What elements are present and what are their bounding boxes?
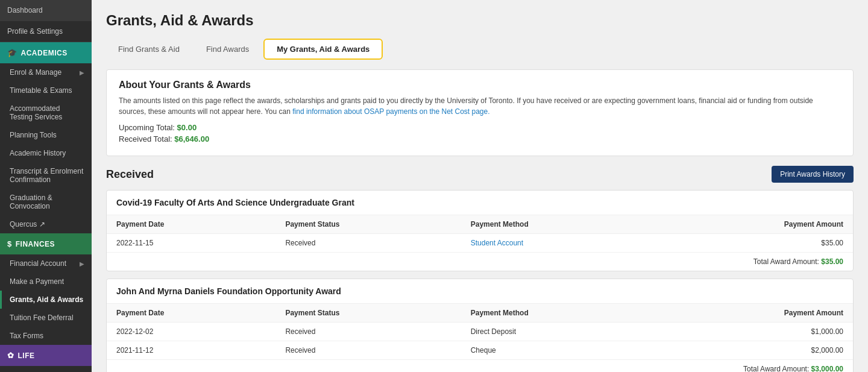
award-total-row: Total Award Amount: $3,000.00 (107, 360, 853, 372)
table-header: Payment Status (275, 215, 461, 234)
about-title: About Your Grants & Awards (119, 80, 841, 90)
payment-amount: $2,000.00 (655, 341, 853, 360)
tab-find-grants-aid[interactable]: Find Grants & Aid (106, 40, 192, 58)
table-row: 2022-11-15ReceivedStudent Account$35.00 (107, 234, 853, 253)
award-total-row: Total Award Amount: $35.00 (107, 253, 853, 271)
table-header: Payment Amount (655, 215, 853, 234)
received-amount: $6,646.00 (174, 134, 209, 143)
payment-method-link[interactable]: Student Account (471, 239, 523, 247)
upcoming-total: Upcoming Total: $0.00 (119, 123, 841, 132)
award-card: Covid-19 Faculty Of Arts And Science Und… (106, 190, 854, 271)
sidebar-item-tax-forms[interactable]: Tax Forms (0, 327, 92, 345)
tab-my-grants-aid-awards[interactable]: My Grants, Aid & Awards (263, 39, 383, 60)
award-title: Covid-19 Faculty Of Arts And Science Und… (107, 191, 853, 215)
table-header: Payment Date (107, 304, 275, 323)
sidebar-item-graduation[interactable]: Graduation & Convocation (0, 189, 92, 215)
sidebar-item-dashboard[interactable]: Dashboard (0, 0, 92, 21)
table-row: 2022-12-02ReceivedDirect Deposit$1,000.0… (107, 323, 853, 341)
sidebar-item-timetable-exams[interactable]: Timetable & Exams (0, 81, 92, 99)
arrow-icon: ▶ (80, 260, 84, 267)
sidebar-item-profile-settings[interactable]: Profile & Settings (0, 21, 92, 42)
payment-date: 2021-11-12 (107, 341, 275, 360)
table-header: Payment Status (275, 304, 461, 323)
payment-status: Received (275, 341, 461, 360)
payment-method[interactable]: Student Account (461, 234, 655, 253)
payment-amount: $1,000.00 (655, 323, 853, 341)
sidebar: Dashboard Profile & Settings 🎓ACADEMICS … (0, 0, 92, 372)
award-card: John And Myrna Daniels Foundation Opport… (106, 279, 854, 372)
sidebar-section-finances: $FINANCES (0, 233, 92, 254)
sidebar-item-grants-aid-awards[interactable]: Grants, Aid & Awards (0, 291, 92, 309)
received-total: Received Total: $6,646.00 (119, 134, 841, 143)
page-title: Grants, Aid & Awards (106, 12, 854, 29)
total-amount: $3,000.00 (811, 365, 843, 372)
payment-date: 2022-11-15 (107, 234, 275, 253)
table-header: Payment Date (107, 215, 275, 234)
table-header: Payment Amount (655, 304, 853, 323)
sidebar-item-health-wellness[interactable]: Health & Wellness (0, 366, 92, 372)
upcoming-amount: $0.00 (177, 123, 197, 132)
sidebar-item-label-transcript-enrolment: Transcript & Enrolment Confirmation (10, 167, 84, 184)
sidebar-item-label-tax-forms: Tax Forms (10, 332, 43, 340)
table-row: 2021-11-12ReceivedCheque$2,000.00 (107, 341, 853, 360)
dashboard-label: Dashboard (7, 6, 43, 14)
total-label: Total Award Amount: (743, 365, 809, 372)
payment-date: 2022-12-02 (107, 323, 275, 341)
sidebar-item-label-make-payment: Make a Payment (10, 277, 64, 286)
payment-amount: $35.00 (655, 234, 853, 253)
total-amount: $35.00 (821, 257, 843, 266)
sidebar-item-quercus[interactable]: Quercus ↗ (0, 215, 92, 233)
life-section-icon: ✿ (7, 351, 14, 360)
sidebar-item-transcript-enrolment[interactable]: Transcript & Enrolment Confirmation (0, 162, 92, 189)
main-content: Grants, Aid & Awards Find Grants & AidFi… (92, 0, 868, 372)
osap-link[interactable]: find information about OSAP payments on … (292, 107, 489, 116)
sidebar-item-make-payment[interactable]: Make a Payment (0, 273, 92, 291)
received-title: Received (106, 168, 154, 181)
sidebar-item-accommodated-testing[interactable]: Accommodated Testing Services (0, 99, 92, 126)
sidebar-item-label-grants-aid-awards: Grants, Aid & Awards (10, 295, 83, 304)
table-header: Payment Method (461, 215, 655, 234)
about-section: About Your Grants & Awards The amounts l… (106, 69, 854, 156)
received-label: Received Total: (119, 134, 172, 143)
payment-method: Cheque (461, 341, 655, 360)
print-awards-button[interactable]: Print Awards History (772, 166, 854, 183)
arrow-icon: ▶ (80, 69, 84, 76)
payment-status: Received (275, 323, 461, 341)
sidebar-item-label-financial-account: Financial Account (10, 259, 66, 268)
sidebar-item-label-enrol-manage: Enrol & Manage (10, 68, 61, 77)
payment-method: Direct Deposit (461, 323, 655, 341)
finances-section-icon: $ (7, 239, 12, 248)
sidebar-item-tuition-fee-deferral[interactable]: Tuition Fee Deferral (0, 309, 92, 327)
sidebar-item-enrol-manage[interactable]: Enrol & Manage▶ (0, 63, 92, 81)
tabs-container: Find Grants & AidFind AwardsMy Grants, A… (106, 39, 854, 60)
award-table: Payment DatePayment StatusPayment Method… (107, 215, 853, 253)
total-label: Total Award Amount: (753, 257, 819, 266)
sidebar-item-label-academic-history: Academic History (10, 149, 66, 157)
sidebar-item-label-tuition-fee-deferral: Tuition Fee Deferral (10, 314, 74, 322)
sidebar-item-planning-tools[interactable]: Planning Tools (0, 126, 92, 144)
sidebar-item-financial-account[interactable]: Financial Account▶ (0, 254, 92, 273)
academics-section-icon: 🎓 (7, 48, 17, 57)
award-title: John And Myrna Daniels Foundation Opport… (107, 279, 853, 304)
award-table: Payment DatePayment StatusPayment Method… (107, 304, 853, 360)
awards-container: Covid-19 Faculty Of Arts And Science Und… (106, 190, 854, 372)
payment-status: Received (275, 234, 461, 253)
about-description: The amounts listed on this page reflect … (119, 95, 841, 117)
life-section-label: LIFE (18, 352, 35, 360)
sidebar-item-label-accommodated-testing: Accommodated Testing Services (10, 104, 84, 121)
table-header: Payment Method (461, 304, 655, 323)
profile-settings-label: Profile & Settings (7, 27, 63, 36)
received-header: Received Print Awards History (106, 166, 854, 183)
sidebar-item-academic-history[interactable]: Academic History (0, 144, 92, 162)
academics-section-label: ACADEMICS (21, 49, 68, 57)
finances-section-label: FINANCES (16, 240, 55, 248)
sidebar-section-life: ✿LIFE (0, 345, 92, 366)
sidebar-item-label-timetable-exams: Timetable & Exams (10, 86, 72, 95)
sidebar-item-label-planning-tools: Planning Tools (10, 131, 57, 139)
sidebar-section-academics: 🎓ACADEMICS (0, 42, 92, 63)
tab-find-awards[interactable]: Find Awards (194, 40, 261, 58)
sidebar-item-label-quercus: Quercus ↗ (10, 220, 45, 229)
upcoming-label: Upcoming Total: (119, 123, 175, 132)
sidebar-item-label-graduation: Graduation & Convocation (10, 194, 84, 210)
